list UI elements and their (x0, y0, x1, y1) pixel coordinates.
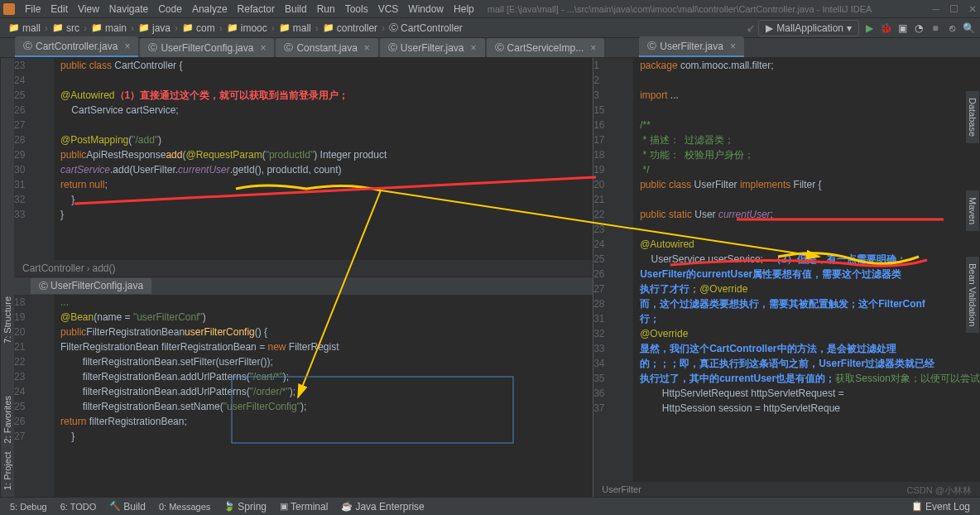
sidebar-maven[interactable]: Maven (966, 190, 980, 231)
close-icon[interactable]: × (124, 41, 130, 52)
menu-file[interactable]: File (20, 2, 46, 17)
menu-refactor[interactable]: Refactor (233, 2, 280, 17)
vcs-icon[interactable]: ⎋ (945, 22, 958, 35)
breadcrumb-editor[interactable]: CartController › add() (14, 260, 593, 277)
bc-controller[interactable]: 📁 controller (319, 22, 381, 34)
run-config-dropdown[interactable]: ▶ MallApplication ▾ (758, 20, 859, 36)
window-title: mall [E:\java\mall] - ...\src\main\java\… (488, 4, 872, 14)
sidebar-beanvalidation[interactable]: Bean Validation (966, 257, 980, 333)
tool-build[interactable]: 🔨 Build (103, 499, 152, 514)
sidebar-database[interactable]: Database (966, 91, 980, 143)
watermark: CSDN @小林林 (907, 484, 972, 497)
run-icon[interactable]: ▶ (862, 22, 876, 35)
code-area[interactable]: package com.imooc.mall.filter;import ...… (633, 58, 980, 482)
tab-userfilter[interactable]: Ⓒ UserFilter.java × (380, 38, 485, 57)
bc-main[interactable]: 📁 main (88, 22, 130, 34)
close-icon[interactable]: ✕ (968, 3, 977, 15)
titlebar: File Edit View Navigate Code Analyze Ref… (0, 0, 980, 18)
bc-imooc[interactable]: 📁 imooc (223, 22, 271, 34)
menu-vcs[interactable]: VCS (373, 2, 404, 17)
menu-edit[interactable]: Edit (46, 2, 73, 17)
menu-run[interactable]: Run (312, 2, 340, 17)
subtab-userfilterconfig[interactable]: Ⓒ UserFilterConfig.java (31, 278, 151, 294)
bc-mall2[interactable]: 📁 mall (276, 22, 315, 34)
code-area[interactable]: ... @Bean(name = "userFilterConf") publi… (54, 295, 593, 497)
tool-debug[interactable]: 5: Debug (3, 500, 54, 513)
bc-com[interactable]: 📁 com (179, 22, 219, 34)
menu-navigate[interactable]: Navigate (104, 2, 153, 17)
tool-spring[interactable]: 🍃 Spring (217, 499, 273, 514)
menu-help[interactable]: Help (449, 2, 479, 17)
stop-icon[interactable]: ■ (929, 22, 942, 35)
profile-icon[interactable]: ◔ (912, 22, 925, 35)
sidebar-structure[interactable]: 7: Structure (0, 290, 14, 350)
tab-userfilter2[interactable]: Ⓒ UserFilter.java × (639, 36, 744, 57)
breadcrumb: 📁 mall› 📁 src› 📁 main› 📁 java› 📁 com› 📁 … (0, 18, 980, 38)
bottom-toolbar: 5: Debug 6: TODO 🔨 Build 0: Messages 🍃 S… (0, 497, 980, 515)
search-icon[interactable]: 🔍 (962, 22, 975, 35)
editor-tabs: Ⓒ CartController.java × Ⓒ UserFilterConf… (0, 38, 980, 58)
tool-javaee[interactable]: ☕ Java Enterprise (334, 499, 430, 514)
bc-src[interactable]: 📁 src (49, 22, 83, 34)
coverage-icon[interactable]: ▣ (896, 22, 909, 35)
menu-code[interactable]: Code (153, 2, 187, 17)
tool-todo[interactable]: 6: TODO (54, 500, 103, 513)
gutter[interactable]: 18192021222324252627 (14, 295, 54, 497)
code-area[interactable]: public class CartController { @Autowired… (54, 58, 593, 260)
maximize-icon[interactable]: ☐ (949, 3, 958, 15)
tab-cartcontroller[interactable]: Ⓒ CartController.java × (15, 36, 138, 57)
menu-analyze[interactable]: Analyze (187, 2, 233, 17)
tool-messages[interactable]: 0: Messages (152, 500, 217, 513)
left-editor-pane: 2324252627282930313233 public class Cart… (14, 58, 593, 497)
sidebar-favorites[interactable]: 2: Favorites (0, 389, 14, 450)
gutter[interactable]: 2324252627282930313233 (14, 58, 54, 260)
tool-eventlog[interactable]: 📋 Event Log (905, 499, 977, 514)
app-icon (3, 3, 15, 15)
bc-mall[interactable]: 📁 mall (5, 22, 44, 34)
menu-window[interactable]: Window (403, 2, 449, 17)
menu-view[interactable]: View (73, 2, 104, 17)
tab-constant[interactable]: Ⓒ Constant.java × (276, 38, 377, 57)
tab-userfilterconfig[interactable]: Ⓒ UserFilterConfig.java × (140, 38, 274, 57)
bc-java[interactable]: 📁 java (135, 22, 174, 34)
bc-class[interactable]: Ⓒ CartController (386, 22, 466, 34)
menu-build[interactable]: Build (280, 2, 312, 17)
minimize-icon[interactable]: ─ (932, 3, 939, 15)
tool-terminal[interactable]: ▣ Terminal (273, 499, 334, 514)
right-editor-pane: 1231516171819202122232425262728313233343… (593, 58, 980, 497)
gutter[interactable]: 1231516171819202122232425262728313233343… (593, 58, 633, 482)
menu-tools[interactable]: Tools (340, 2, 373, 17)
tab-cartserviceimp[interactable]: Ⓒ CartServiceImp... × (487, 38, 605, 57)
debug-icon[interactable]: 🐞 (879, 22, 892, 35)
back-icon[interactable]: ↙ (747, 22, 755, 34)
